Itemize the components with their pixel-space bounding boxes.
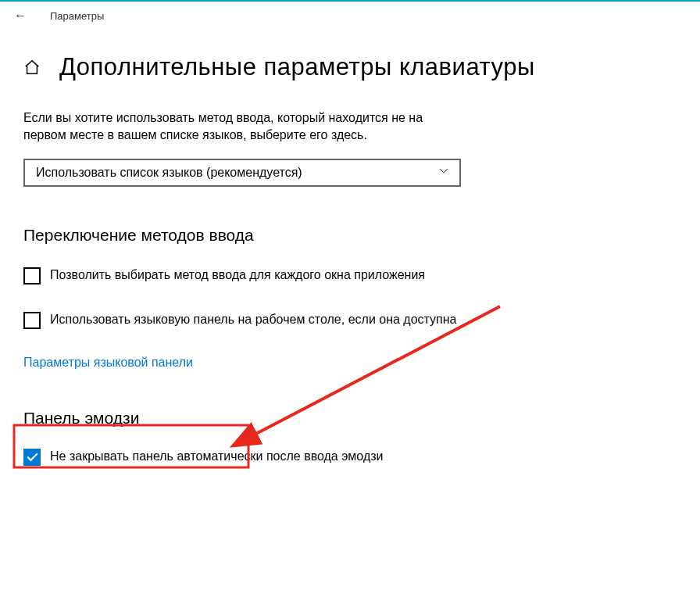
page-header: Дополнительные параметры клавиатуры [23, 53, 677, 81]
default-ime-select[interactable]: Использовать список языков (рекомендуетс… [23, 159, 461, 187]
checkbox-emoji-label: Не закрывать панель автоматически после … [50, 448, 384, 465]
home-icon[interactable] [23, 59, 41, 76]
checkbox-emoji-row: Не закрывать панель автоматически после … [23, 448, 461, 466]
content: Дополнительные параметры клавиатуры Если… [0, 30, 700, 466]
select-value: Использовать список языков (рекомендуетс… [36, 166, 302, 180]
checkbox-emoji[interactable] [23, 449, 41, 466]
back-button[interactable]: ← [14, 9, 27, 23]
checkbox-per-window-label: Позволить выбирать метод ввода для каждо… [50, 267, 425, 284]
checkbox-langbar-label: Использовать языковую панель на рабочем … [50, 311, 457, 328]
emoji-section: Панель эмодзи Не закрывать панель автома… [23, 409, 677, 466]
chevron-down-icon [439, 166, 448, 178]
section-emoji-title: Панель эмодзи [23, 409, 677, 428]
section-switching-title: Переключение методов ввода [23, 226, 677, 245]
checkbox-per-window-row: Позволить выбирать метод ввода для каждо… [23, 267, 461, 284]
page-title: Дополнительные параметры клавиатуры [59, 53, 535, 81]
checkbox-langbar-row: Использовать языковую панель на рабочем … [23, 311, 461, 329]
titlebar: ← Параметры [0, 2, 700, 30]
checkbox-langbar[interactable] [23, 312, 41, 329]
titlebar-label: Параметры [50, 10, 104, 22]
checkbox-per-window[interactable] [23, 267, 41, 284]
language-bar-options-link[interactable]: Параметры языковой панели [23, 356, 193, 370]
intro-text: Если вы хотите использовать метод ввода,… [23, 109, 469, 145]
